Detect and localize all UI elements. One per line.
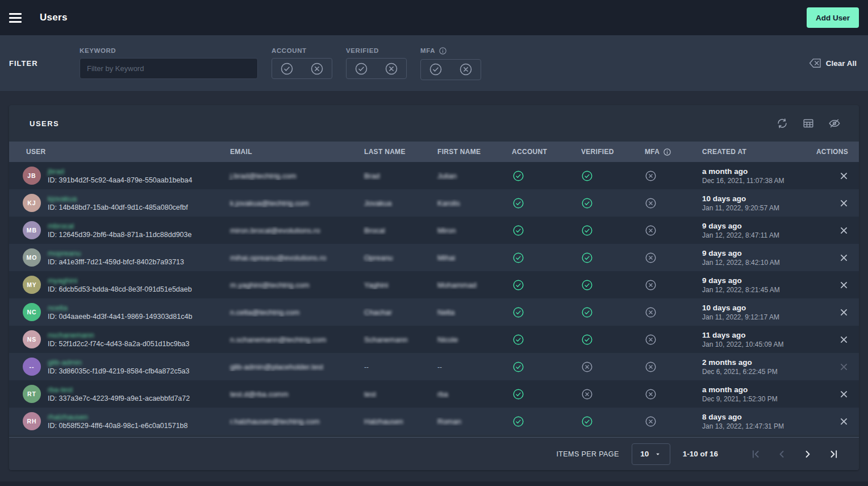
account-check-icon <box>502 416 570 427</box>
table-row: RTrba-testID: 337a3e7c-4223-49f9-a9e1-ac… <box>9 380 859 408</box>
avatar: RH <box>23 412 41 430</box>
username-link[interactable]: ncelta <box>48 304 68 312</box>
last-page-icon[interactable] <box>825 445 843 463</box>
last-name-cell: Schanemann <box>356 335 429 344</box>
created-date: Dec 9, 2021, 1:52:30 PM <box>702 395 807 403</box>
username-link[interactable]: nschanemann <box>48 331 94 339</box>
created-date: Jan 12, 2022, 8:42:10 AM <box>702 259 807 267</box>
verified-check-icon <box>570 334 634 346</box>
last-name-cell: test <box>356 390 429 398</box>
table-header-row: USER EMAIL LAST NAME FIRST NAME ACCOUNT … <box>9 142 859 162</box>
delete-user-icon[interactable] <box>837 169 851 183</box>
created-date: Jan 11, 2022, 9:20:57 AM <box>702 204 807 212</box>
table-row: NCnceltaID: 0d4aaeeb-4d3f-4a41-9869-1493… <box>9 298 859 326</box>
user-id: ID: 3d86035c-f1d9-4219-8584-cfb4a872c5a3 <box>48 367 190 375</box>
delete-user-icon[interactable] <box>837 196 851 210</box>
delete-user-icon[interactable] <box>837 414 851 429</box>
username-link[interactable]: kjovakua <box>48 194 77 203</box>
next-page-icon[interactable] <box>799 445 817 463</box>
keyword-input[interactable] <box>80 58 258 79</box>
menu-icon[interactable] <box>9 9 30 27</box>
table-icon[interactable] <box>800 115 817 132</box>
delete-user-icon[interactable] <box>837 333 851 347</box>
first-name-cell: Nicole <box>429 335 502 344</box>
verified-x-icon <box>570 361 634 373</box>
table-row: MOmopreanuID: a41e3fff-7d21-459d-bfcf-84… <box>9 244 859 271</box>
username-link[interactable]: mbrocal <box>48 222 74 230</box>
created-relative: 9 days ago <box>702 249 807 257</box>
email-cell: j.brad@techtrig.com <box>220 172 356 180</box>
created-relative: 10 days ago <box>702 304 807 312</box>
first-name-cell: Miron <box>429 226 502 235</box>
keyword-filter: KEYWORD <box>80 47 258 79</box>
delete-user-icon[interactable] <box>837 387 851 401</box>
user-id: ID: 391b4d2f-5c92-4aa4-879e-550aab1beba4 <box>48 176 192 184</box>
mfa-no-icon[interactable] <box>459 63 473 76</box>
col-actions: ACTIONS <box>807 148 859 156</box>
account-filter-label: ACCOUNT <box>272 47 332 54</box>
info-icon[interactable] <box>663 148 671 156</box>
chevron-down-icon <box>654 451 661 458</box>
account-check-icon <box>502 388 570 400</box>
user-id: ID: 0b58f529-4ff6-40a8-98c1-e6c0a01571b8 <box>48 422 188 430</box>
users-panel: USERS USER EMAIL LAST NAME FIRST NAME AC… <box>9 105 859 470</box>
page-size-value: 10 <box>640 450 649 458</box>
email-cell: n.schanemann@techtrig.com <box>220 335 356 344</box>
delete-user-icon[interactable] <box>837 251 851 265</box>
user-id: ID: 0d4aaeeb-4d3f-4a41-9869-149303d81c4b <box>48 313 192 321</box>
first-name-cell: Roman <box>429 417 502 426</box>
info-icon[interactable] <box>439 47 447 55</box>
email-cell: glib-admin@placeholder.test <box>220 363 356 371</box>
avatar: MY <box>23 276 41 294</box>
avatar: NS <box>23 330 41 348</box>
delete-user-icon[interactable] <box>837 278 851 292</box>
col-last-name: LAST NAME <box>356 148 429 156</box>
username-link[interactable]: mopreanu <box>48 249 81 257</box>
account-filter: ACCOUNT <box>272 47 332 79</box>
col-email: EMAIL <box>220 148 356 156</box>
first-name-cell: Nelta <box>429 308 502 317</box>
filter-caption: FILTER <box>9 59 80 68</box>
mfa-x-icon <box>634 197 691 209</box>
verified-yes-icon[interactable] <box>354 62 368 76</box>
created-relative: 8 days ago <box>702 413 807 421</box>
avatar: JB <box>23 167 41 185</box>
clear-all-label: Clear All <box>826 59 857 68</box>
delete-user-icon[interactable] <box>837 305 851 319</box>
account-toggle-group <box>272 58 332 79</box>
mfa-x-icon <box>634 416 691 427</box>
account-no-icon[interactable] <box>310 62 324 76</box>
page-size-select[interactable]: 10 <box>632 443 670 465</box>
account-check-icon <box>502 279 570 291</box>
empty-value: -- <box>364 363 369 371</box>
items-per-page-label: ITEMS PER PAGE <box>556 450 619 458</box>
verified-filter: VERIFIED <box>346 47 407 79</box>
mfa-yes-icon[interactable] <box>429 63 443 76</box>
refresh-icon[interactable] <box>774 115 791 132</box>
created-relative: 9 days ago <box>702 276 807 285</box>
verified-no-icon[interactable] <box>385 62 398 76</box>
username-link[interactable]: jbrad <box>48 167 64 176</box>
first-page-icon[interactable] <box>746 445 765 463</box>
col-mfa: MFA <box>634 148 691 156</box>
keyword-label: KEYWORD <box>80 47 258 54</box>
created-relative: a month ago <box>702 385 807 394</box>
username-link[interactable]: rba-test <box>48 385 73 394</box>
email-cell: n.celta@techtrig.com <box>220 308 356 317</box>
eye-off-icon[interactable] <box>826 115 843 132</box>
username-link[interactable]: glib-admin <box>48 358 82 367</box>
col-created-at: CREATED AT <box>691 148 807 156</box>
last-name-cell: Chachar <box>356 308 429 317</box>
avatar: NC <box>23 303 41 321</box>
created-date: Jan 13, 2022, 12:47:31 PM <box>702 422 807 430</box>
clear-all-button[interactable]: Clear All <box>809 58 859 68</box>
account-yes-icon[interactable] <box>280 62 294 76</box>
previous-page-icon[interactable] <box>773 445 791 463</box>
col-account: ACCOUNT <box>502 148 570 156</box>
username-link[interactable]: rhalzhausen <box>48 413 88 421</box>
add-user-button[interactable]: Add User <box>807 7 859 28</box>
last-name-cell: Jovakua <box>356 199 429 207</box>
delete-user-icon[interactable] <box>837 223 851 238</box>
account-check-icon <box>502 225 570 236</box>
username-link[interactable]: myaghini <box>48 276 77 285</box>
